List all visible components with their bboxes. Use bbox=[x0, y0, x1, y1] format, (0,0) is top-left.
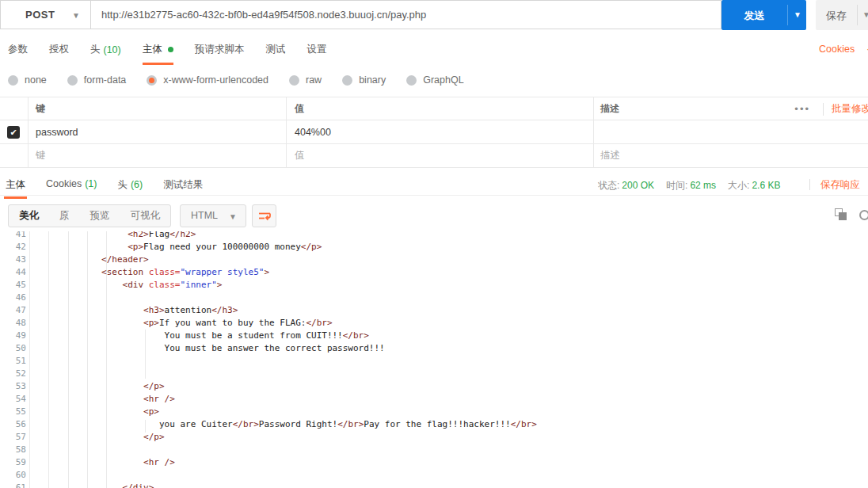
table-row: ✔ password 404%00 bbox=[0, 120, 868, 144]
line-number: 52 bbox=[0, 368, 26, 380]
url-input[interactable]: http://e31b2775-ac60-432c-bf0b-ed4a9f54f… bbox=[90, 0, 721, 29]
description-column-header: 描述 bbox=[600, 102, 619, 116]
headers-count: (10) bbox=[104, 44, 121, 55]
line-number: 50 bbox=[0, 342, 26, 355]
send-dropdown-icon[interactable]: ▼ bbox=[794, 11, 801, 19]
description-cell-empty[interactable]: 描述 bbox=[594, 144, 868, 167]
view-visualize[interactable]: 可视化 bbox=[120, 205, 171, 227]
more-options-icon[interactable]: ••• bbox=[794, 103, 810, 115]
status-label: 状态: bbox=[598, 180, 619, 191]
radio-icon bbox=[67, 75, 78, 86]
radio-form-data[interactable]: form-data bbox=[67, 74, 127, 86]
line-number: 59 bbox=[0, 456, 26, 469]
save-button[interactable]: 保存 ▼ bbox=[816, 0, 868, 30]
save-label: 保存 bbox=[826, 9, 847, 23]
line-number: 54 bbox=[0, 393, 26, 406]
line-number: 53 bbox=[0, 380, 26, 393]
radio-binary[interactable]: binary bbox=[342, 74, 386, 86]
code-line: 59 <hr /> bbox=[0, 456, 537, 469]
line-number: 58 bbox=[0, 444, 26, 456]
view-pretty[interactable]: 美化 bbox=[9, 205, 49, 227]
bulk-edit-link[interactable]: 批量修改 bbox=[832, 102, 868, 116]
radio-none[interactable]: none bbox=[8, 74, 47, 86]
line-number: 56 bbox=[0, 418, 26, 431]
view-raw[interactable]: 原 bbox=[49, 205, 80, 227]
size-value: 2.6 KB bbox=[752, 180, 780, 191]
format-select[interactable]: HTML ▼ bbox=[180, 204, 246, 227]
radio-icon bbox=[8, 75, 18, 86]
line-number: 49 bbox=[0, 330, 26, 342]
line-number: 60 bbox=[0, 469, 26, 482]
view-mode-group: 美化 原 预览 可视化 bbox=[8, 204, 171, 227]
tab-pre-request-script[interactable]: 预请求脚本 bbox=[195, 36, 245, 65]
save-split-divider bbox=[857, 5, 858, 25]
table-row-empty: 键 值 描述 bbox=[0, 144, 868, 168]
wrap-text-button[interactable] bbox=[252, 204, 276, 227]
code-line: 43 </header> bbox=[0, 254, 537, 266]
code-line: 45 <div class="inner"> bbox=[0, 279, 537, 292]
line-number: 42 bbox=[0, 241, 26, 254]
line-number: 51 bbox=[0, 355, 26, 368]
response-section-header: 主体 Cookies(1) 头(6) 测试结果 状态:200 OK 时间:62 … bbox=[0, 173, 868, 196]
radio-icon bbox=[342, 75, 352, 86]
tab-settings[interactable]: 设置 bbox=[306, 36, 326, 65]
line-number: 48 bbox=[0, 317, 26, 330]
key-cell[interactable]: password bbox=[29, 120, 287, 143]
postman-app: POST ▼ http://e31b2775-ac60-432c-bf0b-ed… bbox=[0, 0, 868, 488]
response-tab-cookies[interactable]: Cookies(1) bbox=[44, 173, 98, 199]
radio-x-www-form-urlencoded[interactable]: x-www-form-urlencoded bbox=[147, 74, 268, 86]
code-line: 57 </p> bbox=[0, 431, 537, 444]
response-view-controls: 美化 原 预览 可视化 HTML ▼ bbox=[0, 204, 868, 228]
value-cell-empty[interactable]: 值 bbox=[287, 144, 594, 167]
value-cell[interactable]: 404%00 bbox=[287, 120, 594, 143]
radio-graphql[interactable]: GraphQL bbox=[406, 74, 463, 86]
empty-check-cell bbox=[0, 144, 29, 167]
description-cell[interactable] bbox=[594, 120, 868, 143]
key-cell-empty[interactable]: 键 bbox=[29, 144, 287, 167]
response-headers-count: (6) bbox=[131, 179, 143, 190]
code-line: 55 <p> bbox=[0, 406, 537, 418]
response-tab-headers[interactable]: 头(6) bbox=[116, 173, 144, 199]
tab-headers[interactable]: 头(10) bbox=[90, 36, 121, 65]
code-line: 41 <h2>Flag</h2> bbox=[0, 231, 537, 241]
line-number: 46 bbox=[0, 292, 26, 304]
line-number: 41 bbox=[0, 231, 26, 241]
code-line: 48 <p>If you want to buy the FLAG:</br> bbox=[0, 317, 537, 330]
view-preview[interactable]: 预览 bbox=[80, 205, 120, 227]
tab-body[interactable]: 主体 bbox=[143, 36, 173, 65]
method-select[interactable]: POST ▼ bbox=[0, 0, 91, 29]
line-number: 55 bbox=[0, 406, 26, 418]
line-number: 57 bbox=[0, 431, 26, 444]
code-line: 60 bbox=[0, 469, 537, 482]
send-button[interactable]: 发送 ▼ bbox=[721, 0, 806, 30]
params-table: 键 值 描述 ••• 批量修改 ✔ password 404%00 键 值 描述 bbox=[0, 97, 868, 168]
tab-tests[interactable]: 测试 bbox=[265, 36, 285, 65]
copy-button[interactable] bbox=[834, 208, 848, 222]
size-label: 大小: bbox=[728, 180, 749, 191]
code-line: 54 <hr /> bbox=[0, 393, 537, 406]
table-header-row: 键 值 描述 ••• 批量修改 bbox=[0, 97, 868, 120]
radio-raw[interactable]: raw bbox=[289, 74, 322, 86]
time-label: 时间: bbox=[666, 180, 687, 191]
cookies-link[interactable]: Cookies bbox=[819, 44, 855, 57]
code-line: 50 You must be answer the correct passwo… bbox=[0, 342, 537, 355]
send-label: 发送 bbox=[721, 9, 787, 23]
response-body-viewer[interactable]: 41 <h2>Flag</h2>42 <p>Flag need your 100… bbox=[0, 231, 868, 488]
tab-params[interactable]: 参数 bbox=[8, 36, 28, 65]
row-checkbox[interactable]: ✔ bbox=[7, 126, 20, 139]
line-number: 61 bbox=[0, 482, 26, 488]
url-text: http://e31b2775-ac60-432c-bf0b-ed4a9f54f… bbox=[91, 9, 426, 21]
code-line: 51 bbox=[0, 355, 537, 368]
code-line: 46 bbox=[0, 292, 537, 304]
response-tab-test-results[interactable]: 测试结果 bbox=[162, 173, 204, 199]
body-type-selector: none form-data x-www-form-urlencoded raw… bbox=[8, 70, 464, 90]
response-tab-body[interactable]: 主体 bbox=[4, 173, 27, 199]
tab-authorization[interactable]: 授权 bbox=[49, 36, 69, 65]
save-response-link[interactable]: 保存响应 bbox=[820, 178, 860, 192]
code-line: 52 bbox=[0, 368, 537, 380]
method-label: POST bbox=[1, 9, 55, 21]
save-dropdown-icon[interactable]: ▼ bbox=[862, 11, 868, 19]
search-icon[interactable] bbox=[859, 210, 868, 220]
code-line: 53 </p> bbox=[0, 380, 537, 393]
line-number: 47 bbox=[0, 304, 26, 317]
